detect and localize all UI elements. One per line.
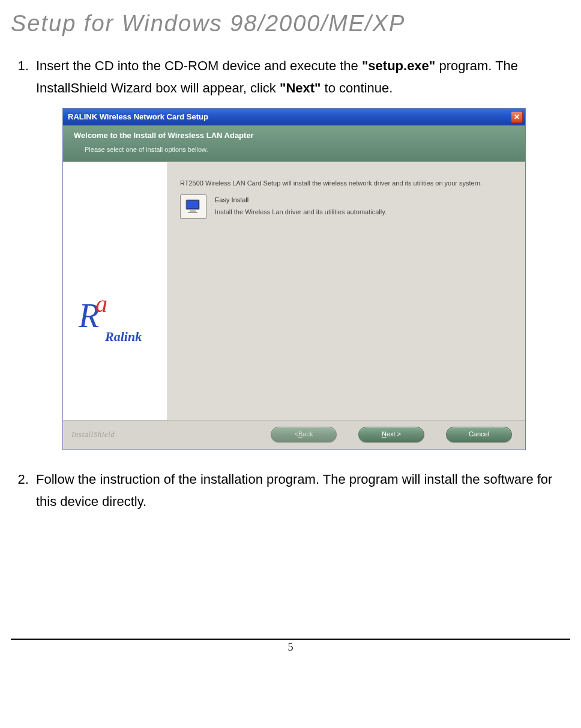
logo-r: Ra: [79, 304, 157, 328]
svg-rect-1: [187, 201, 198, 208]
titlebar: RALINK Wireless Network Card Setup ✕: [63, 109, 525, 125]
wizard-body: Ra Ralink RT2500 Wireless LAN Card Setup…: [63, 162, 525, 420]
svg-rect-2: [190, 210, 196, 212]
easy-install-text: Easy Install Install the Wireless Lan dr…: [215, 194, 387, 217]
back-button[interactable]: < Back: [271, 427, 337, 442]
close-button[interactable]: ✕: [511, 111, 523, 123]
logo-a: a: [95, 296, 107, 313]
install-description: RT2500 Wireless LAN Card Setup will inst…: [180, 179, 513, 188]
step-1-bold-setup: "setup.exe": [362, 58, 435, 73]
window-title: RALINK Wireless Network Card Setup: [68, 110, 208, 124]
page-heading: Setup for Windows 98/2000/ME/XP: [11, 11, 570, 37]
wizard-footer: InstallShield < Back Next > Cancel: [63, 420, 525, 450]
next-button[interactable]: Next >: [358, 427, 424, 442]
subheader-title: Welcome to the Install of Wiresless LAN …: [74, 129, 514, 142]
close-icon: ✕: [514, 111, 520, 123]
next-label-post: ext >: [387, 429, 401, 440]
back-label-u: B: [298, 429, 303, 440]
easy-install-option[interactable]: Easy Install Install the Wireless Lan dr…: [180, 194, 513, 218]
right-panel: RT2500 Wireless LAN Card Setup will inst…: [168, 162, 525, 420]
monitor-icon: [180, 194, 206, 218]
left-panel: Ra Ralink: [63, 162, 168, 420]
back-label-post: ack: [303, 429, 313, 440]
subheader: Welcome to the Install of Wiresless LAN …: [63, 125, 525, 162]
step-1: Insert the CD into the CD-ROM device and…: [32, 55, 570, 450]
step-2: Follow the instruction of the installati…: [32, 468, 570, 513]
installer-window: RALINK Wireless Network Card Setup ✕ Wel…: [62, 108, 526, 450]
cancel-label: Cancel: [469, 429, 489, 440]
steps-list: Insert the CD into the CD-ROM device and…: [16, 55, 570, 513]
step-2-text: Follow the instruction of the installati…: [36, 472, 552, 509]
easy-install-title: Easy Install: [215, 194, 387, 206]
step-1-text-a: Insert the CD into the CD-ROM device and…: [36, 58, 362, 73]
svg-rect-3: [188, 212, 197, 213]
easy-install-subtitle: Install the Wireless Lan driver and its …: [215, 206, 387, 218]
logo-brand: Ralink: [105, 325, 157, 347]
step-1-bold-next: "Next": [280, 80, 321, 95]
installshield-mark: InstallShield: [71, 428, 115, 441]
footer-rule: [11, 639, 570, 640]
cancel-button[interactable]: Cancel: [446, 427, 512, 442]
subheader-subtitle: Please select one of install options bel…: [85, 144, 514, 155]
next-label-u: N: [382, 429, 387, 440]
step-1-text-c: to continue.: [321, 80, 393, 95]
ralink-logo: Ra Ralink: [79, 304, 157, 348]
page-number: 5: [11, 641, 570, 660]
